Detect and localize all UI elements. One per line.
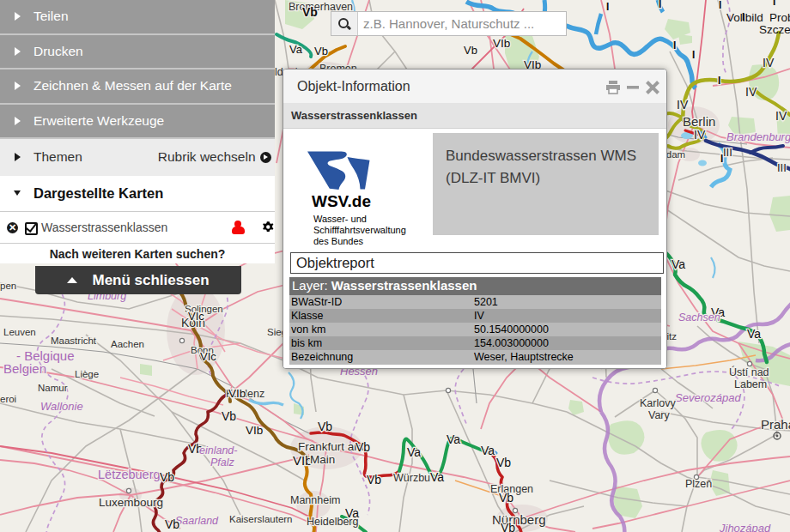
- svg-text:Main: Main: [310, 453, 335, 466]
- svg-text:Berlin: Berlin: [683, 114, 715, 129]
- svg-text:IV: IV: [775, 109, 787, 123]
- svg-text:Würzbu: Würzbu: [393, 472, 430, 484]
- svg-text:Vb: Vb: [222, 409, 236, 423]
- svg-text:Plzeň: Plzeň: [685, 478, 712, 490]
- svg-text:Va: Va: [430, 470, 444, 484]
- svg-text:Vb: Vb: [302, 5, 318, 19]
- svg-text:Vb: Vb: [165, 517, 179, 531]
- svg-text:Schifffahrtsverwaltung: Schifffahrtsverwaltung: [313, 225, 406, 235]
- svg-text:Sachsen: Sachsen: [678, 311, 720, 323]
- svg-text:Va: Va: [447, 432, 460, 446]
- svg-text:Vb: Vb: [160, 470, 174, 484]
- svg-text:Belgien: Belgien: [3, 361, 46, 376]
- svg-text:IV: IV: [677, 98, 689, 112]
- svg-text:I: I: [692, 49, 695, 61]
- svg-text:Luxembourg: Luxembourg: [99, 496, 163, 509]
- svg-text:Va: Va: [481, 444, 495, 457]
- svg-text:Labem: Labem: [734, 378, 767, 390]
- svg-text:IV: IV: [763, 56, 775, 70]
- svg-text:Karlovy: Karlovy: [640, 397, 676, 409]
- svg-text:Liège: Liège: [75, 369, 99, 379]
- svg-text:I: I: [773, 0, 775, 8]
- svg-text:Wallonie: Wallonie: [40, 400, 83, 413]
- svg-text:Vary: Vary: [648, 409, 671, 421]
- svg-text:Severozápad: Severozápad: [675, 391, 741, 404]
- svg-text:Vb: Vb: [499, 491, 514, 505]
- svg-text:I: I: [659, 0, 661, 10]
- svg-text:Mannheim: Mannheim: [290, 494, 340, 506]
- svg-text:I: I: [606, 1, 609, 13]
- svg-text:I: I: [718, 75, 720, 87]
- svg-text:IV: IV: [694, 128, 706, 142]
- svg-text:III: III: [723, 146, 732, 159]
- svg-text:Leuven: Leuven: [3, 327, 36, 337]
- svg-text:Va: Va: [747, 327, 761, 341]
- svg-text:Pfalz: Pfalz: [210, 456, 235, 469]
- svg-text:Namur: Namur: [38, 383, 68, 393]
- svg-text:Vb: Vb: [367, 473, 381, 487]
- svg-text:eroi: eroi: [0, 394, 16, 404]
- svg-text:Lëtzebuerg: Lëtzebuerg: [98, 468, 161, 481]
- svg-text:WSV.de: WSV.de: [312, 192, 371, 210]
- svg-text:I: I: [719, 0, 721, 11]
- svg-text:Frankfurt am: Frankfurt am: [298, 440, 364, 453]
- svg-text:Praha: Praha: [761, 417, 790, 432]
- svg-text:VIc: VIc: [200, 350, 216, 363]
- svg-text:VIc: VIc: [188, 310, 204, 323]
- svg-text:Kaiserslautern: Kaiserslautern: [229, 514, 293, 524]
- svg-text:Saarland: Saarland: [175, 515, 219, 527]
- svg-text:VIb: VIb: [246, 424, 263, 437]
- svg-text:VIb: VIb: [228, 387, 246, 400]
- svg-text:Va: Va: [407, 445, 421, 459]
- svg-text:Vb: Vb: [496, 456, 511, 469]
- svg-text:einland-: einland-: [199, 444, 237, 456]
- svg-text:Jihozápad: Jihozápad: [719, 522, 771, 532]
- svg-text:Va: Va: [672, 257, 685, 271]
- svg-text:Vb: Vb: [464, 44, 477, 57]
- svg-text:VIb: VIb: [493, 37, 510, 50]
- svg-text:Vb: Vb: [314, 45, 328, 57]
- svg-text:Va: Va: [345, 506, 359, 520]
- svg-text:IV: IV: [745, 85, 757, 99]
- svg-text:Vb: Vb: [318, 420, 332, 433]
- svg-text:Ústí nad: Ústí nad: [729, 366, 769, 378]
- svg-text:Wasser- und: Wasser- und: [313, 214, 367, 224]
- svg-text:Vb: Vb: [501, 521, 515, 532]
- svg-text:Vb: Vb: [356, 440, 370, 454]
- svg-text:Va: Va: [289, 43, 303, 56]
- svg-text:Brandenburg: Brandenburg: [726, 130, 790, 143]
- svg-text:pen: pen: [0, 281, 16, 291]
- svg-text:des Bundes: des Bundes: [313, 236, 364, 245]
- svg-text:I: I: [673, 39, 676, 51]
- svg-text:III: III: [777, 161, 787, 174]
- svg-text:Aachen: Aachen: [111, 339, 144, 349]
- svg-text:Maastricht: Maastricht: [51, 336, 97, 346]
